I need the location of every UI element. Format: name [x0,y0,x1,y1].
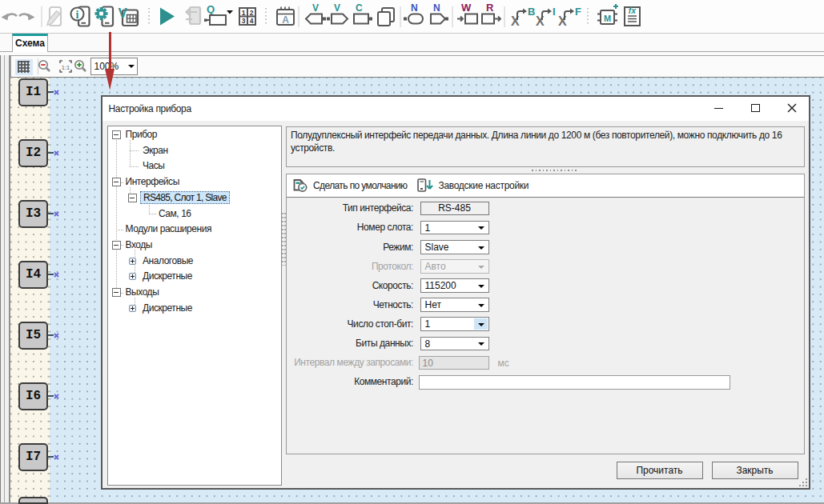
svg-text:fx: fx [629,6,637,15]
svg-text:1:1: 1:1 [62,63,70,70]
svg-text:N: N [433,2,440,14]
svg-text:X: X [511,14,520,28]
svg-text:C: C [356,2,363,14]
svg-text:V: V [312,2,319,14]
svg-text:F: F [575,6,581,18]
svg-text:X: X [558,14,567,28]
svg-text:B: B [528,6,535,18]
svg-text:N: N [411,2,418,14]
svg-text:W: W [461,2,472,14]
svg-text:3: 3 [242,17,246,25]
svg-text:1: 1 [242,9,246,17]
svg-text:A: A [282,14,289,26]
svg-text:Q: Q [207,3,215,15]
svg-text:4: 4 [250,17,254,25]
svg-text:X: X [536,14,545,28]
svg-text:V: V [119,6,128,21]
svg-text:M: M [604,14,611,23]
svg-text:i: i [76,9,79,21]
svg-text:R: R [486,2,494,14]
svg-text:I: I [553,6,556,18]
svg-text:V: V [334,2,340,14]
svg-text:2: 2 [250,9,254,17]
